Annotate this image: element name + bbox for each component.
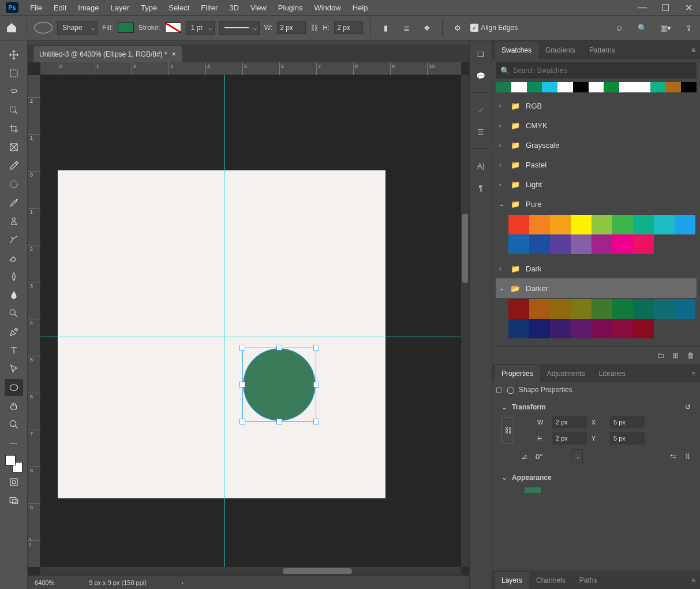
- menu-help[interactable]: Help: [347, 1, 374, 14]
- swatch[interactable]: [542, 82, 557, 92]
- hand-tool[interactable]: [5, 397, 23, 415]
- swatch[interactable]: [508, 319, 529, 338]
- tab-channels[interactable]: Channels: [529, 572, 572, 589]
- ellipse-shape-selection[interactable]: [242, 348, 316, 422]
- frame-tool[interactable]: [5, 139, 23, 156]
- swatch[interactable]: [654, 215, 675, 234]
- gradient-tool[interactable]: [5, 268, 23, 285]
- status-zoom[interactable]: 6400%: [35, 579, 54, 586]
- swatch[interactable]: [619, 82, 635, 92]
- swatch[interactable]: [633, 299, 654, 319]
- link-dimensions-icon[interactable]: ⛓: [501, 417, 514, 443]
- search-icon[interactable]: 🔍: [634, 20, 650, 36]
- swatch[interactable]: [592, 234, 612, 254]
- status-dims[interactable]: 9 px x 9 px (150 ppi): [89, 579, 147, 586]
- swatch-folder-pure[interactable]: ⌄📁 Pure: [496, 194, 697, 214]
- swatch[interactable]: [592, 319, 612, 338]
- rotation-input[interactable]: 0°: [536, 452, 564, 461]
- ellipse-shape-tool[interactable]: [5, 379, 23, 396]
- home-icon[interactable]: [3, 20, 20, 36]
- quick-select-tool[interactable]: [5, 102, 23, 119]
- height-input[interactable]: 2 px: [334, 21, 363, 34]
- appearance-fill-swatch[interactable]: [525, 487, 541, 493]
- menu-file[interactable]: File: [24, 1, 48, 14]
- chevron-down-icon[interactable]: ⌄: [501, 403, 507, 411]
- guide-vertical[interactable]: [224, 75, 224, 567]
- pen-tool[interactable]: [5, 323, 23, 341]
- menu-edit[interactable]: Edit: [48, 1, 72, 14]
- swatch[interactable]: [635, 82, 650, 92]
- maximize-button[interactable]: ☐: [654, 0, 677, 15]
- swatch[interactable]: [592, 299, 612, 319]
- link-wh-icon[interactable]: ⛓: [310, 24, 318, 32]
- swatch[interactable]: [571, 319, 592, 338]
- swatch[interactable]: [612, 215, 633, 234]
- swatch[interactable]: [612, 299, 633, 319]
- rotation-dropdown[interactable]: [572, 449, 583, 463]
- panel-icon-brushes[interactable]: ⟋: [474, 103, 487, 116]
- minimize-button[interactable]: —: [631, 0, 654, 15]
- menu-layer[interactable]: Layer: [105, 1, 136, 14]
- swatch[interactable]: [529, 299, 550, 319]
- chevron-down-icon[interactable]: ⌄: [501, 474, 507, 482]
- dodge-tool[interactable]: [5, 305, 23, 322]
- swatch[interactable]: [511, 82, 527, 92]
- brush-tool[interactable]: [5, 194, 23, 211]
- swatch-folder[interactable]: ›📁 Light: [496, 174, 697, 194]
- prop-y-input[interactable]: 5 px: [610, 432, 645, 445]
- menu-window[interactable]: Window: [308, 1, 346, 14]
- tool-preset-ellipse-icon[interactable]: [34, 22, 53, 33]
- panel-icon-character[interactable]: A|: [474, 159, 487, 172]
- swatch[interactable]: [508, 299, 529, 319]
- flip-v-icon[interactable]: ⥮: [684, 452, 691, 461]
- reset-icon[interactable]: ↺: [685, 403, 691, 411]
- trash-icon[interactable]: 🗑: [687, 351, 694, 360]
- gear-icon[interactable]: ⚙: [450, 20, 466, 36]
- swatch[interactable]: [612, 234, 633, 254]
- marquee-tool[interactable]: [5, 65, 23, 82]
- swatch[interactable]: [527, 82, 542, 92]
- swatch-folder[interactable]: ›📁 Grayscale: [496, 135, 697, 155]
- swatch-folder-dark[interactable]: ›📁 Dark: [496, 259, 697, 278]
- swatch[interactable]: [571, 234, 592, 254]
- scrollbar-horizontal[interactable]: [40, 567, 461, 575]
- panel-icon-brush-settings[interactable]: ☰: [474, 125, 487, 138]
- history-brush-tool[interactable]: [5, 231, 23, 248]
- panel-icon-history[interactable]: ❏: [474, 47, 487, 60]
- crop-tool[interactable]: [5, 120, 23, 137]
- swatch[interactable]: [529, 215, 550, 234]
- blur-tool[interactable]: [5, 286, 23, 304]
- swatch[interactable]: [496, 82, 511, 92]
- swatch[interactable]: [665, 82, 681, 92]
- path-select-tool[interactable]: [5, 360, 23, 378]
- stroke-swatch[interactable]: [165, 23, 181, 33]
- stamp-tool[interactable]: [5, 213, 23, 230]
- swatch[interactable]: [508, 234, 529, 254]
- ruler-horizontal[interactable]: 0 1 2 3 4 5 6 7 8 9 10: [40, 62, 461, 75]
- panel-menu-icon[interactable]: ≡: [684, 365, 700, 382]
- swatch[interactable]: [681, 82, 697, 92]
- swatch[interactable]: [550, 319, 571, 338]
- status-chevron-icon[interactable]: ›: [181, 579, 184, 586]
- swatch-folder-darker[interactable]: ⌄📂 Darker: [496, 278, 697, 298]
- path-align-icon[interactable]: ▮: [377, 20, 394, 36]
- close-tab-icon[interactable]: ×: [172, 50, 176, 58]
- menu-3d[interactable]: 3D: [223, 1, 245, 14]
- stroke-width-dropdown[interactable]: 1 pt: [186, 21, 215, 35]
- swatch[interactable]: [654, 299, 675, 319]
- more-tools-icon[interactable]: ⋯: [5, 434, 23, 452]
- type-tool[interactable]: [5, 342, 23, 359]
- width-input[interactable]: 2 px: [277, 21, 306, 34]
- scrollbar-vertical[interactable]: [461, 75, 469, 567]
- swatch[interactable]: [633, 319, 654, 338]
- swatch[interactable]: [650, 82, 666, 92]
- align-edges-checkbox[interactable]: ✓Align Edges: [470, 24, 518, 32]
- menu-view[interactable]: View: [245, 1, 272, 14]
- ruler-vertical[interactable]: 2 1 0 1 2 3 4 5 6 7 8 9 10: [28, 75, 40, 567]
- move-tool[interactable]: [5, 46, 23, 64]
- swatch[interactable]: [571, 215, 592, 234]
- color-chips[interactable]: [5, 455, 23, 472]
- tab-swatches[interactable]: Swatches: [495, 42, 538, 59]
- share-icon[interactable]: ⇪: [680, 20, 697, 36]
- prop-h-input[interactable]: 2 px: [552, 432, 587, 445]
